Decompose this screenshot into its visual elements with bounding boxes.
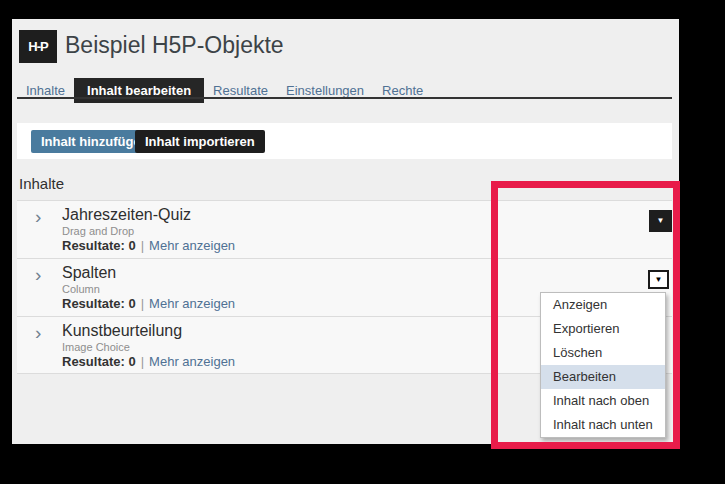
row-content-type: Drag and Drop	[62, 225, 134, 237]
row-meta: Resultate: 0|Mehr anzeigen	[62, 296, 235, 311]
tab-bar: InhalteInhalt bearbeitenResultateEinstel…	[17, 78, 432, 103]
tab-rechte[interactable]: Rechte	[373, 78, 432, 103]
show-more-link[interactable]: Mehr anzeigen	[149, 238, 235, 253]
menu-item-loeschen[interactable]: Löschen	[541, 341, 665, 365]
menu-item-inhalt-nach-unten[interactable]: Inhalt nach unten	[541, 413, 665, 437]
expand-chevron-icon[interactable]: ›	[35, 265, 41, 284]
show-more-link[interactable]: Mehr anzeigen	[149, 296, 235, 311]
results-count: Resultate: 0	[62, 354, 136, 369]
page-title: Beispiel H5P-Objekte	[65, 32, 284, 59]
menu-item-exportieren[interactable]: Exportieren	[541, 317, 665, 341]
results-count: Resultate: 0	[62, 296, 136, 311]
menu-item-bearbeiten[interactable]: Bearbeiten	[541, 365, 665, 389]
expand-chevron-icon[interactable]: ›	[35, 207, 41, 226]
h5p-logo: H-P	[19, 30, 57, 63]
tab-resultate[interactable]: Resultate	[204, 78, 277, 103]
tab-inhalte[interactable]: Inhalte	[17, 78, 74, 103]
meta-separator: |	[141, 296, 144, 311]
results-count: Resultate: 0	[62, 238, 136, 253]
expand-chevron-icon[interactable]: ›	[35, 323, 41, 342]
caret-down-icon: ▼	[657, 217, 665, 225]
row-meta: Resultate: 0|Mehr anzeigen	[62, 354, 235, 369]
actions-menu: Anzeigen Exportieren Löschen Bearbeiten …	[540, 292, 666, 438]
row-title: Kunstbeurteilung	[62, 322, 182, 340]
row-content-type: Column	[62, 283, 100, 295]
meta-separator: |	[141, 354, 144, 369]
actions-dropdown-button[interactable]: ▼	[649, 210, 672, 232]
menu-item-inhalt-nach-oben[interactable]: Inhalt nach oben	[541, 389, 665, 413]
row-meta: Resultate: 0|Mehr anzeigen	[62, 238, 235, 253]
row-title: Spalten	[62, 264, 116, 282]
h5p-overview-page: H-P Beispiel H5P-Objekte InhalteInhalt b…	[12, 19, 679, 444]
list-heading: Inhalte	[19, 175, 64, 192]
menu-item-anzeigen[interactable]: Anzeigen	[541, 293, 665, 317]
actions-dropdown-button-open[interactable]: ▼	[648, 270, 669, 289]
caret-down-icon: ▼	[655, 276, 663, 284]
row-content-type: Image Choice	[62, 341, 130, 353]
content-row-jahreszeiten-quiz: › Jahreszeiten-Quiz Drag and Drop Result…	[17, 200, 672, 258]
row-title: Jahreszeiten-Quiz	[62, 206, 191, 224]
show-more-link[interactable]: Mehr anzeigen	[149, 354, 235, 369]
import-content-button[interactable]: Inhalt importieren	[135, 130, 265, 153]
tab-inhalt-bearbeiten[interactable]: Inhalt bearbeiten	[74, 78, 204, 103]
meta-separator: |	[141, 238, 144, 253]
tab-einstellungen[interactable]: Einstellungen	[277, 78, 373, 103]
tab-underline	[17, 97, 672, 99]
toolbar: Inhalt hinzufügen Inhalt importieren	[17, 123, 672, 159]
